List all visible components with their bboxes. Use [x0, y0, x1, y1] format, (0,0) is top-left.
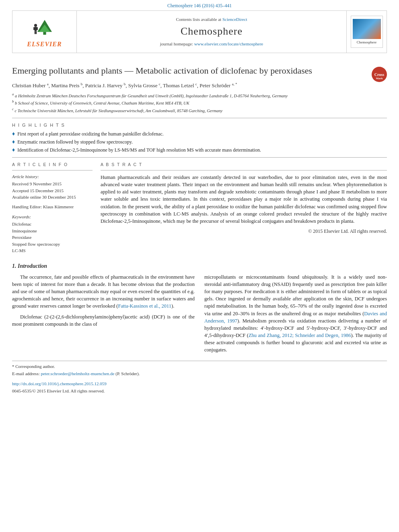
crossmark: Cross Mark [372, 67, 387, 82]
article-title: Emerging pollutants and plants — Metabol… [12, 65, 387, 77]
email-link[interactable]: peter.schroeder@helmholtz-muenchen.de [41, 371, 114, 376]
available-date: Available online 30 December 2015 [12, 194, 93, 200]
svg-rect-7 [34, 31, 35, 34]
highlight-item-1: ♦ First report of a plant peroxidase oxi… [12, 131, 387, 138]
keyword-5: LC-MS [12, 248, 93, 254]
svg-text:Cross: Cross [374, 72, 384, 77]
highlight-bullet-1: ♦ [12, 131, 15, 138]
article-info-column: A R T I C L E I N F O Article history: R… [12, 162, 93, 254]
contents-line: Contents lists available at ScienceDirec… [176, 16, 247, 23]
article-title-section: Cross Mark Emerging pollutants and plant… [12, 65, 387, 77]
intro-body: The occurrence, fate and possible effect… [12, 273, 387, 353]
intro-para-2: Diclofenac (2-(2-(2,6-dichlorophenylamin… [12, 313, 195, 328]
svg-rect-5 [33, 27, 35, 30]
svg-point-3 [34, 24, 37, 27]
svg-rect-8 [35, 31, 37, 34]
top-banner: ELSEVIER Contents lists available at Sci… [12, 10, 387, 53]
corresponding-author-note: * Corresponding author. [12, 364, 387, 370]
intro-title: 1. Introduction [12, 262, 387, 270]
keyword-3: Peroxidase [12, 234, 93, 240]
intro-right-col: micropollutants or microcontaminants fou… [204, 273, 387, 353]
handling-editor: Handling Editor: Klaus Kümmerer [12, 204, 93, 210]
article-info-title: A R T I C L E I N F O [12, 162, 93, 168]
elsevier-logo: ELSEVIER [23, 15, 67, 49]
keyword-1: Diclofenac [12, 221, 93, 227]
article-info-divider [12, 170, 93, 170]
banner-right: Chemosphere [346, 11, 387, 53]
banner-center: Contents lists available at ScienceDirec… [77, 11, 346, 53]
received-date: Received 9 November 2015 [12, 181, 93, 187]
svg-rect-6 [36, 27, 38, 30]
elsevier-wordmark: ELSEVIER [27, 40, 62, 49]
abstract-divider [101, 170, 387, 170]
abstract-text: Human pharmaceuticals and their residues… [101, 174, 387, 225]
authors-line: Christian Huber a, Martina Preis b, Patr… [12, 82, 387, 90]
divider-2 [12, 157, 387, 158]
email-line: E-mail address: peter.schroeder@helmholt… [12, 371, 387, 377]
highlight-item-2: ♦ Enzymatic reaction followed by stopped… [12, 139, 387, 146]
doi-line: http://dx.doi.org/10.1016/j.chemosphere.… [12, 380, 387, 387]
introduction-section: 1. Introduction The occurrence, fate and… [12, 262, 387, 353]
two-column-layout: A R T I C L E I N F O Article history: R… [12, 162, 387, 254]
sciencedirect-link[interactable]: ScienceDirect [222, 17, 247, 22]
affiliation-a: a a Helmholtz Zentrum München Deutsches … [12, 92, 387, 99]
chemosphere-thumbnail: Chemosphere [351, 16, 383, 48]
highlight-item-3: ♦ Identification of Diclofenac-2,5-Imino… [12, 147, 387, 154]
journal-homepage-link[interactable]: www.elsevier.com/locate/chemosphere [194, 41, 263, 46]
journal-header-bar: Chemosphere 146 (2016) 435–441 [0, 0, 399, 10]
highlight-bullet-2: ♦ [12, 139, 15, 146]
ref-zhu[interactable]: Zhu and Zhang, 2012; Schneider and Degen… [249, 333, 351, 338]
affiliation-b: b b School of Science, University of Gre… [12, 99, 387, 106]
ref-fatta[interactable]: Fatta-Kassinos et al., 2011 [118, 303, 171, 309]
article-history-label: Article history: [12, 174, 93, 180]
footnote-section: * Corresponding author. E-mail address: … [12, 361, 387, 394]
abstract-title: A B S T R A C T [101, 162, 387, 168]
svg-text:Mark: Mark [376, 77, 383, 80]
keyword-4: Stopped flow spectroscopy [12, 241, 93, 247]
divider-1 [12, 118, 387, 118]
accepted-date: Accepted 15 December 2015 [12, 188, 93, 194]
highlight-bullet-3: ♦ [12, 147, 15, 154]
highlights-section: H I G H L I G H T S ♦ First report of a … [12, 122, 387, 154]
keyword-2: Iminoquinone [12, 228, 93, 234]
crossmark-icon: Cross Mark [372, 67, 387, 82]
doi-link[interactable]: http://dx.doi.org/10.1016/j.chemosphere.… [12, 381, 107, 386]
abstract-column: A B S T R A C T Human pharmaceuticals an… [101, 162, 387, 254]
intro-left-col: The occurrence, fate and possible effect… [12, 273, 195, 353]
keywords-label: Keywords: [12, 214, 93, 220]
abstract-copyright: © 2015 Elsevier Ltd. All rights reserved… [101, 228, 387, 235]
highlights-title: H I G H L I G H T S [12, 122, 387, 128]
journal-title-banner: Chemosphere [181, 24, 243, 39]
intro-para-1: The occurrence, fate and possible effect… [12, 273, 195, 310]
issn-line: 0045-6535/© 2015 Elsevier Ltd. All right… [12, 388, 387, 394]
journal-homepage: journal homepage: www.elsevier.com/locat… [160, 41, 263, 47]
banner-left: ELSEVIER [12, 11, 77, 53]
affiliation-c: c c Technische Universität München, Lehr… [12, 107, 387, 114]
ref-davies[interactable]: Davies and Anderson, 1997 [204, 311, 387, 324]
main-content: Cross Mark Emerging pollutants and plant… [0, 53, 399, 394]
svg-rect-0 [43, 32, 46, 35]
intro-right-para-1: micropollutants or microcontaminants fou… [204, 273, 387, 353]
journal-citation: Chemosphere 146 (2016) 435–441 [167, 3, 232, 8]
